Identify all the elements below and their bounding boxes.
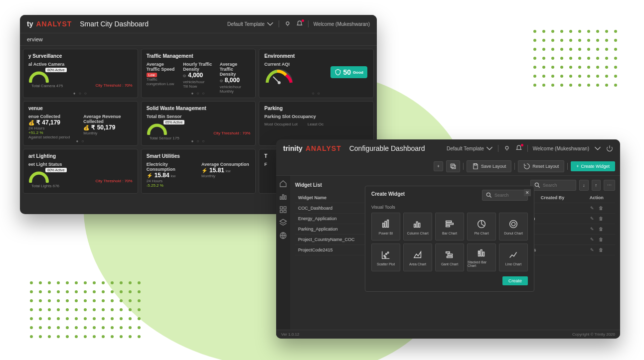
tool-label: Bar Chart [442,232,457,235]
edit-icon[interactable]: ✎ [590,206,594,211]
reset-icon [523,163,530,170]
copy-icon [450,163,457,170]
close-button[interactable]: ✕ [524,189,531,196]
tool-power-bi[interactable]: Power BI [371,213,400,240]
tool-area-chart[interactable]: Area Chart [403,243,432,271]
svg-rect-17 [383,223,384,227]
save-layout-button[interactable]: Save Layout [467,160,511,172]
stat-delta: -5.25.2 % [147,183,195,188]
tool-pie-chart[interactable]: Pie Chart [467,213,496,240]
stacked-bar-chart-icon [476,247,487,258]
version-text: Ver 1.0.12 [281,332,299,337]
brand-prefix: ty [27,20,33,28]
modal-search-field[interactable] [494,193,524,198]
stat-sub: Monthly [220,89,251,94]
gauge-mini-icon: ⌾ [220,78,223,83]
add-button[interactable]: + [434,161,443,171]
svg-point-16 [486,193,490,196]
tool-label: Pie Chart [474,232,488,235]
delete-icon[interactable]: 🗑 [599,237,603,242]
pager-dots[interactable]: ● ○ ○ [191,139,206,143]
th-createdby[interactable]: Created By [527,193,578,203]
bell-icon[interactable] [515,145,522,152]
stat-sub: Till Now [183,84,214,89]
tool-line-chart[interactable]: Line Chart [499,243,528,271]
tool-column-chart[interactable]: Column Chart [403,213,432,240]
template-dropdown[interactable]: Default Template [227,20,274,27]
globe-icon[interactable] [279,232,287,240]
svg-point-31 [387,252,389,253]
tool-scatter-plot[interactable]: Scatter Plot [371,243,400,271]
svg-rect-18 [385,221,386,227]
cell-action: ✎ 🗑 [578,245,615,255]
svg-rect-38 [481,250,482,256]
template-dropdown[interactable]: Default Template [447,145,493,152]
svg-point-28 [511,222,515,226]
th-action[interactable]: Action [578,193,615,203]
bell-icon[interactable] [296,20,303,27]
svg-rect-22 [419,223,420,227]
column-chart-icon [412,219,423,230]
card-title: y Surveillance [28,53,133,59]
delete-icon[interactable]: 🗑 [599,206,603,211]
tool-gant-chart[interactable]: Gant Chart [435,243,464,271]
bulb-icon[interactable] [503,145,510,152]
chevron-down-icon[interactable] [594,145,601,152]
pager-dots[interactable]: ○ ○ [312,91,321,96]
pager-dots[interactable]: ● ○ ○ [191,91,206,96]
stat-unit: kw [170,174,175,178]
chart-icon[interactable] [279,193,287,201]
save-label: Save Layout [481,164,506,169]
create-widget-button[interactable]: + Create Widget [571,161,615,171]
modal-create-button[interactable]: Create [502,276,528,285]
power-icon[interactable] [606,145,613,152]
stat-title: Parking Slot Occupancy [264,114,368,119]
aqi-value: 50 [343,68,351,76]
line-chart-icon [508,249,519,260]
pager-dots[interactable]: ● ○ ○ [73,91,88,96]
copyright-text: Copyright © Trinity 2020 [572,332,615,337]
more-button[interactable]: ⋯ [604,180,615,191]
bg-dots-bl [30,281,143,340]
reset-label: Reset Layout [532,164,559,169]
card-waste: Solid Waste Management Total Bin Sensor … [141,101,256,146]
edit-icon[interactable]: ✎ [590,227,594,232]
search-field[interactable] [543,183,573,188]
svg-rect-12 [280,210,283,213]
stat-sub: Monthly [201,174,250,178]
w2-topbar: trinity ANALYST Configurable Dashboard D… [276,139,620,157]
tool-grid: Power BIColumn ChartBar ChartPie ChartDo… [371,213,528,271]
w1-topbar: ty ANALYST Smart City Dashboard Default … [20,15,377,33]
search-input[interactable] [530,180,576,191]
bulb-icon[interactable] [284,20,291,27]
brand-suffix: ANALYST [306,144,341,152]
edit-icon[interactable]: ✎ [590,247,594,252]
modal-search[interactable] [482,190,528,201]
home-icon[interactable] [279,180,287,188]
layers-icon[interactable] [279,219,287,227]
gauge-label: Total Lights 676 [31,184,133,188]
tool-donut-chart[interactable]: Donut Chart [499,213,528,240]
delete-icon[interactable]: 🗑 [599,216,603,221]
speed-tag: Low [147,73,157,77]
edit-icon[interactable]: ✎ [590,237,594,242]
svg-rect-8 [283,195,284,199]
stat-title: eet Light Status [28,162,133,167]
copy-button[interactable] [446,160,460,172]
tool-bar-chart[interactable]: Bar Chart [435,213,464,240]
reset-layout-button[interactable]: Reset Layout [518,160,564,172]
tool-label: Scatter Plot [377,262,395,266]
stat-val: 15.81 [209,167,224,174]
delete-icon[interactable]: 🗑 [599,227,603,232]
sort-asc-button[interactable]: ↓ [579,180,589,191]
grid-icon[interactable] [279,206,287,214]
tool-stacked-bar-chart[interactable]: Stacked Bar Chart [467,243,496,271]
edit-icon[interactable]: ✎ [590,216,594,221]
delete-icon[interactable]: 🗑 [599,247,603,252]
svg-rect-21 [416,222,418,227]
cell-createdby: ah [527,214,578,224]
svg-rect-11 [284,207,286,209]
pager-dots[interactable]: ● ○ [76,139,85,143]
donut-chart-icon [508,219,519,230]
sort-desc-button[interactable]: ↑ [592,180,601,191]
